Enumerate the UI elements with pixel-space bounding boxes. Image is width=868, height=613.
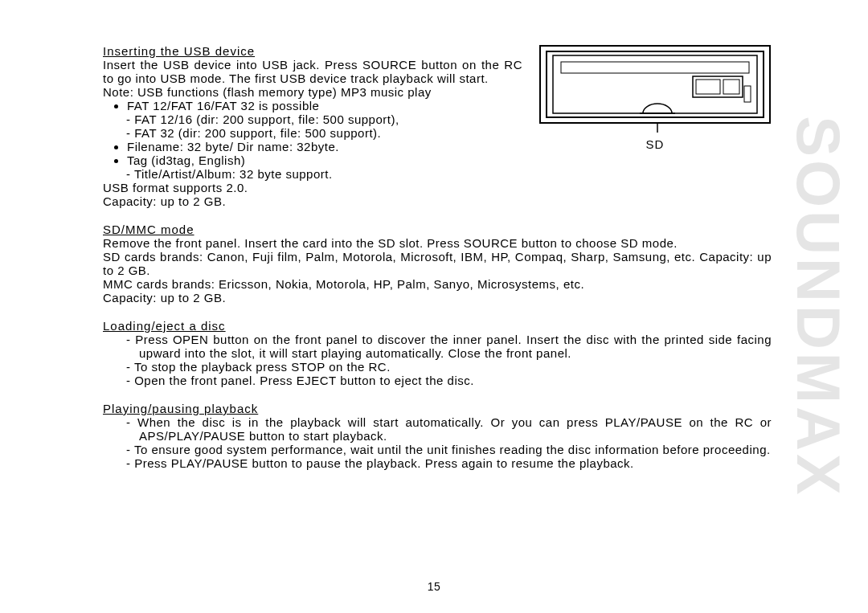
svg-rect-7 [744, 86, 751, 102]
sd-p: SD cards brands: Canon, Fuji film, Palm,… [103, 250, 772, 277]
sd-p: Capacity: up to 2 GB. [103, 291, 772, 304]
sd-title: SD/MMC mode [103, 223, 772, 236]
svg-rect-0 [540, 46, 770, 123]
load-item: Press OPEN button on the front panel to … [115, 333, 772, 360]
manual-page: SOUNDMAX [0, 0, 868, 613]
page-number: 15 [0, 580, 868, 593]
play-item: Press PLAY/PAUSE button to pause the pla… [115, 456, 772, 470]
usb-outro: Capacity: up to 2 GB. [103, 194, 772, 208]
sd-p: MMC cards brands: Ericsson, Nokia, Motor… [103, 277, 772, 291]
usb-dash: Title/Artist/Album: 32 byte support. [115, 167, 772, 181]
load-item: To stop the playback press STOP on the R… [115, 360, 772, 374]
section-load: Loading/eject a disc Press OPEN button o… [103, 319, 772, 387]
device-svg [538, 44, 772, 133]
device-illustration: SD [538, 44, 772, 151]
sd-slot-label: SD [538, 137, 772, 151]
play-item: When the disc is in the playback will st… [115, 415, 772, 443]
load-title: Loading/eject a disc [103, 319, 772, 333]
usb-outro: USB format supports 2.0. [103, 181, 772, 194]
svg-rect-6 [723, 80, 739, 94]
brand-watermark: SOUNDMAX [784, 116, 854, 497]
section-usb: SD Inserting the USB device Insert the U… [103, 44, 772, 208]
svg-rect-5 [696, 80, 720, 94]
load-item: Open the front panel. Press EJECT button… [115, 374, 772, 387]
play-item: To ensure good system performance, wait … [115, 443, 772, 456]
section-sd: SD/MMC mode Remove the front panel. Inse… [103, 223, 772, 304]
svg-rect-3 [561, 62, 749, 73]
section-play: Playing/pausing playback When the disc i… [103, 402, 772, 470]
svg-rect-2 [553, 55, 757, 113]
sd-p: Remove the front panel. Insert the card … [103, 236, 772, 250]
play-title: Playing/pausing playback [103, 402, 772, 415]
svg-rect-1 [547, 51, 764, 117]
usb-bullet: Tag (id3tag, English) [127, 153, 772, 167]
